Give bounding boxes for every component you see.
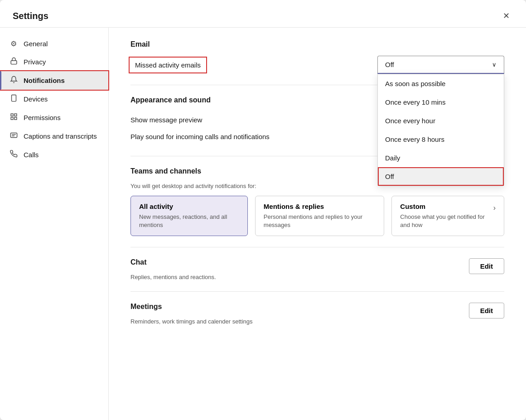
channel-card-custom-desc: Choose what you get notified for and how bbox=[400, 213, 496, 229]
svg-rect-0 bbox=[11, 61, 17, 64]
sidebar-item-devices[interactable]: Devices bbox=[0, 90, 108, 108]
channel-card-all-activity-desc: New messages, reactions, and all mention… bbox=[139, 213, 239, 229]
sidebar-item-label: Permissions bbox=[24, 114, 61, 121]
dialog-header: Settings ✕ bbox=[0, 0, 526, 28]
permissions-icon bbox=[9, 113, 18, 122]
svg-rect-1 bbox=[11, 95, 16, 101]
sidebar-item-permissions[interactable]: Permissions bbox=[0, 108, 108, 127]
dropdown-option-1hour[interactable]: Once every hour bbox=[378, 111, 504, 130]
gear-icon: ⚙ bbox=[9, 39, 18, 48]
meetings-edit-button[interactable]: Edit bbox=[469, 303, 504, 319]
dropdown-option-daily[interactable]: Daily bbox=[378, 149, 504, 167]
dropdown-selected-value: Off bbox=[385, 61, 394, 68]
close-button[interactable]: ✕ bbox=[499, 9, 513, 23]
channel-card-mentions-title: Mentions & replies bbox=[264, 203, 376, 210]
main-content: Email Missed activity emails Off ∨ As so… bbox=[109, 28, 526, 420]
divider-3 bbox=[130, 247, 504, 247]
bell-icon bbox=[9, 76, 18, 85]
chevron-right-icon: › bbox=[493, 204, 496, 212]
sidebar-item-label: Notifications bbox=[24, 77, 65, 84]
show-message-preview-label: Show message preview bbox=[130, 116, 202, 124]
svg-rect-5 bbox=[14, 117, 16, 120]
chat-section-title: Chat bbox=[130, 258, 458, 266]
sidebar-item-label: Calls bbox=[24, 151, 39, 159]
play-sound-label: Play sound for incoming calls and notifi… bbox=[130, 133, 270, 140]
sidebar-item-label: Privacy bbox=[24, 58, 46, 66]
dropdown-menu: As soon as possible Once every 10 mins O… bbox=[377, 74, 504, 186]
channel-card-mentions[interactable]: Mentions & replies Personal mentions and… bbox=[255, 196, 385, 236]
dialog-title: Settings bbox=[13, 11, 48, 21]
email-section-title: Email bbox=[130, 40, 504, 48]
email-row: Missed activity emails Off ∨ As soon as … bbox=[130, 56, 504, 74]
meetings-section-content: Meetings Reminders, work timings and cal… bbox=[130, 303, 458, 325]
sidebar-item-captions[interactable]: Captions and transcripts bbox=[0, 127, 108, 145]
channel-card-mentions-desc: Personal mentions and replies to your me… bbox=[264, 213, 376, 229]
sidebar-item-general[interactable]: ⚙ General bbox=[0, 35, 108, 53]
channel-card-custom-title: Custom bbox=[400, 203, 425, 210]
captions-icon bbox=[9, 131, 18, 141]
channel-card-all-activity[interactable]: All activity New messages, reactions, an… bbox=[130, 196, 248, 236]
phone-icon bbox=[9, 150, 18, 159]
dropdown-button[interactable]: Off ∨ bbox=[377, 56, 504, 74]
sidebar: ⚙ General Privacy Notifications Devices bbox=[0, 28, 109, 420]
chat-section-content: Chat Replies, mentions and reactions. bbox=[130, 258, 458, 280]
lock-icon bbox=[9, 57, 18, 67]
meetings-section-desc: Reminders, work timings and calender set… bbox=[130, 318, 458, 325]
missed-activity-label: Missed activity emails bbox=[130, 58, 205, 72]
dropdown-container: Off ∨ As soon as possible Once every 10 … bbox=[377, 56, 504, 74]
sidebar-item-label: Captions and transcripts bbox=[24, 132, 97, 140]
dropdown-option-8hours[interactable]: Once every 8 hours bbox=[378, 130, 504, 149]
svg-rect-6 bbox=[11, 117, 13, 120]
sidebar-item-calls[interactable]: Calls bbox=[0, 145, 108, 164]
email-section: Email Missed activity emails Off ∨ As so… bbox=[130, 40, 504, 74]
dropdown-option-as-soon[interactable]: As soon as possible bbox=[378, 74, 504, 93]
chat-edit-button[interactable]: Edit bbox=[469, 258, 504, 274]
svg-rect-3 bbox=[11, 114, 13, 116]
sidebar-item-notifications[interactable]: Notifications bbox=[0, 71, 108, 90]
dropdown-option-off[interactable]: Off bbox=[378, 167, 504, 186]
devices-icon bbox=[9, 94, 18, 104]
channel-card-custom[interactable]: Custom › Choose what you get notified fo… bbox=[391, 196, 504, 236]
chevron-down-icon: ∨ bbox=[492, 61, 497, 68]
svg-rect-7 bbox=[10, 133, 17, 138]
sidebar-item-label: General bbox=[24, 40, 48, 48]
divider-4 bbox=[130, 291, 504, 292]
settings-dialog: Settings ✕ ⚙ General Privacy Notificatio… bbox=[0, 0, 526, 420]
sidebar-item-label: Devices bbox=[24, 95, 48, 103]
meetings-section: Meetings Reminders, work timings and cal… bbox=[130, 303, 504, 325]
channel-card-all-activity-title: All activity bbox=[139, 203, 239, 210]
chat-section-desc: Replies, mentions and reactions. bbox=[130, 274, 458, 280]
meetings-section-title: Meetings bbox=[130, 303, 458, 311]
dialog-body: ⚙ General Privacy Notifications Devices bbox=[0, 28, 526, 420]
chat-section: Chat Replies, mentions and reactions. Ed… bbox=[130, 258, 504, 280]
svg-rect-4 bbox=[14, 114, 16, 116]
channel-cards: All activity New messages, reactions, an… bbox=[130, 196, 504, 236]
dropdown-option-10mins[interactable]: Once every 10 mins bbox=[378, 93, 504, 111]
sidebar-item-privacy[interactable]: Privacy bbox=[0, 53, 108, 71]
